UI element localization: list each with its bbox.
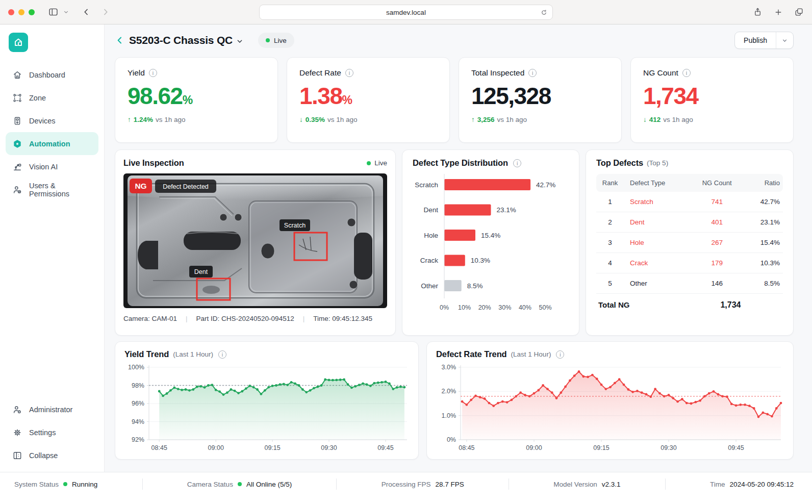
panel-title: Top Defects: [596, 158, 643, 168]
svg-text:0%: 0%: [447, 436, 456, 443]
info-icon[interactable]: [556, 350, 564, 359]
defect-status-label: Defect Detected: [163, 183, 209, 190]
divider: |: [303, 315, 305, 322]
live-inspection-panel: Live Inspection Live: [115, 149, 396, 336]
delta-suffix: vs 1h ago: [663, 116, 693, 123]
top-defects-panel: Top Defects (Top 5) Rank Defect Type NG …: [586, 149, 794, 336]
back-icon[interactable]: [82, 7, 91, 17]
delta-value: 3,256: [477, 116, 495, 123]
automation-icon: [12, 139, 22, 149]
home-icon: [12, 70, 22, 80]
delta-arrow: ↑: [471, 116, 475, 123]
info-icon[interactable]: [513, 159, 521, 167]
new-tab-icon[interactable]: [774, 8, 783, 17]
forward-icon[interactable]: [100, 7, 110, 17]
title-dropdown-icon[interactable]: [236, 37, 244, 45]
svg-text:94%: 94%: [132, 418, 144, 425]
svg-text:10%: 10%: [458, 304, 471, 311]
sidebar-item-users-permissions[interactable]: Users & Permissions: [6, 178, 98, 201]
share-icon[interactable]: [753, 7, 763, 17]
vision-ai-icon: [12, 162, 22, 172]
svg-text:Dent: Dent: [423, 206, 438, 214]
svg-text:09:00: 09:00: [208, 444, 224, 451]
info-icon[interactable]: [218, 350, 226, 359]
info-icon[interactable]: [345, 69, 353, 77]
svg-text:09:45: 09:45: [377, 444, 393, 451]
sidebar-item-label: Settings: [29, 429, 56, 437]
total-label: Total NG: [596, 300, 629, 309]
kpi-card-yield: Yield 98.62% ↑1.24%vs 1h ago: [115, 57, 278, 143]
camera-id: Camera: CAM-01: [123, 315, 177, 322]
sidebar-item-collapse[interactable]: Collapse: [6, 444, 98, 467]
sidebar-item-vision-ai[interactable]: Vision AI: [6, 155, 98, 178]
sidebar-item-devices[interactable]: Devices: [6, 109, 98, 132]
svg-text:98%: 98%: [132, 382, 144, 389]
tab-overview-icon[interactable]: [794, 7, 804, 17]
reload-icon[interactable]: [540, 9, 548, 16]
svg-text:50%: 50%: [539, 304, 551, 311]
address-bar[interactable]: samdev.local: [259, 5, 553, 20]
page-title: S5203-C Chassis QC: [129, 34, 233, 46]
kpi-card-total-inspected: Total Inspected 125,328 ↑3,256vs 1h ago: [459, 57, 622, 143]
sidebar-item-zone[interactable]: Zone: [6, 86, 98, 109]
camera-frame[interactable]: Scratch Dent NG Defect Detected: [123, 173, 387, 308]
status-dot-icon: [63, 482, 67, 486]
kpi-label: Total Inspected: [471, 68, 524, 78]
frame-time: Time: 09:45:12.345: [313, 315, 372, 322]
close-window-button[interactable]: [8, 9, 14, 15]
info-icon[interactable]: [528, 69, 537, 77]
sidebar-toggle-icon[interactable]: [48, 7, 59, 17]
inspection-meta: Camera: CAM-01 | Part ID: CHS-20240520-0…: [123, 315, 387, 322]
delta-arrow: ↓: [299, 116, 303, 123]
divider: |: [186, 315, 188, 322]
panel-subtitle: (Last 1 Hour): [173, 350, 213, 358]
kpi-value: 1,734: [643, 83, 698, 109]
svg-text:100%: 100%: [128, 364, 144, 371]
defect-distribution-panel: Defect Type Distribution Scratch42.7%Den…: [402, 149, 579, 336]
kpi-label: Defect Rate: [299, 68, 341, 78]
svg-text:09:15: 09:15: [593, 444, 609, 451]
kpi-label: NG Count: [643, 68, 678, 78]
sidebar-item-label: Devices: [29, 117, 56, 125]
gear-icon: [12, 427, 22, 438]
publish-caret-icon[interactable]: [776, 32, 793, 48]
publish-button[interactable]: Publish: [734, 32, 794, 49]
svg-text:09:15: 09:15: [264, 444, 280, 451]
svg-text:42.7%: 42.7%: [536, 181, 555, 189]
kpi-card-defect-rate: Defect Rate 1.38% ↓0.35%vs 1h ago: [287, 57, 450, 143]
delta-arrow: ↑: [128, 116, 131, 123]
chevron-down-icon[interactable]: [63, 9, 69, 15]
delta-value: 0.35%: [306, 116, 325, 123]
svg-text:Other: Other: [421, 282, 438, 290]
info-icon[interactable]: [149, 69, 157, 77]
table-total-row: Total NG 1,734: [596, 300, 783, 310]
info-icon[interactable]: [682, 69, 691, 77]
app-logo[interactable]: [9, 33, 28, 52]
table-header: Rank Defect Type NG Count Ratio: [596, 174, 783, 192]
minimize-window-button[interactable]: [18, 9, 24, 15]
publish-label[interactable]: Publish: [735, 32, 776, 48]
table-row: 5 Other 146 8.5%: [596, 273, 783, 294]
panel-subtitle: (Last 1 Hour): [511, 350, 551, 358]
svg-text:15.4%: 15.4%: [481, 232, 500, 239]
sidebar-item-label: Vision AI: [29, 163, 58, 171]
svg-text:92%: 92%: [132, 436, 144, 443]
users-icon: [12, 185, 22, 195]
sidebar-item-settings[interactable]: Settings: [6, 421, 98, 444]
svg-text:09:00: 09:00: [526, 444, 542, 451]
defect-rate-trend-panel: Defect Rate Trend (Last 1 Hour) 3.0%2.0%…: [426, 341, 794, 460]
panel-title: Defect Type Distribution: [413, 158, 508, 168]
sidebar-item-dashboard[interactable]: Dashboard: [6, 63, 98, 86]
delta-value: 1.24%: [134, 116, 153, 123]
back-chevron-icon[interactable]: [115, 35, 125, 45]
defect-rate-trend-chart: 3.0%2.0%1.0%0%08:4509:0009:1509:3009:45: [436, 362, 784, 453]
svg-text:8.5%: 8.5%: [467, 282, 483, 290]
sidebar-item-automation[interactable]: Automation: [6, 132, 98, 155]
kpi-label: Yield: [128, 68, 145, 78]
clock: Time 2024-05-20 09:45:12: [710, 478, 794, 490]
table-row: 1 Scratch 741 42.7%: [596, 192, 783, 212]
zoom-window-button[interactable]: [29, 9, 35, 15]
sidebar-item-label: Zone: [29, 94, 46, 102]
sidebar-item-administrator[interactable]: Administrator: [6, 398, 98, 421]
sidebar-item-label: Users & Permissions: [29, 182, 92, 198]
